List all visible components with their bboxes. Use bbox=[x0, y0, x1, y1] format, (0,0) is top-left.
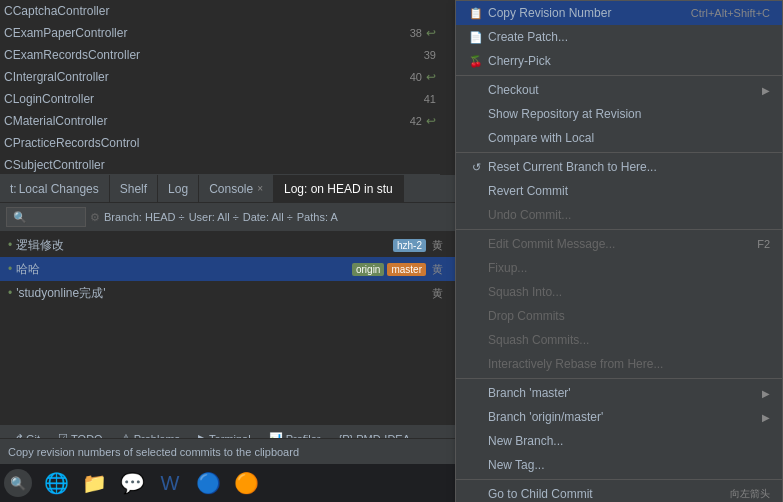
menu-item-show-repo[interactable]: Show Repository at Revision bbox=[456, 102, 782, 126]
file-item-exampaper[interactable]: C ExamPaperController 38 ↩ bbox=[0, 22, 440, 44]
menu-item-new-branch[interactable]: New Branch... bbox=[456, 429, 782, 453]
explorer-icon: 📁 bbox=[82, 471, 107, 495]
file-item-captcha[interactable]: C CaptchaController bbox=[0, 0, 440, 22]
menu-label: Interactively Rebase from Here... bbox=[488, 357, 770, 371]
taskbar-search[interactable]: 🔍 bbox=[4, 469, 32, 497]
menu-item-undo-commit: Undo Commit... bbox=[456, 203, 782, 227]
menu-item-checkout[interactable]: Checkout ▶ bbox=[456, 78, 782, 102]
commit-item[interactable]: • 逻辑修改 hzh-2 黄 bbox=[0, 233, 460, 257]
taskbar-item-word[interactable]: W bbox=[152, 466, 188, 500]
menu-label: Reset Current Branch to Here... bbox=[488, 160, 770, 174]
menu-item-go-child[interactable]: Go to Child Commit 向左箭头 bbox=[456, 482, 782, 502]
menu-label: Fixup... bbox=[488, 261, 770, 275]
search-input[interactable] bbox=[6, 207, 86, 227]
menu-item-branch-master[interactable]: Branch 'master' ▶ bbox=[456, 381, 782, 405]
submenu-arrow: ▶ bbox=[762, 412, 770, 423]
tab-label: Log bbox=[168, 182, 188, 196]
file-name: CaptchaController bbox=[13, 4, 110, 18]
file-item-material[interactable]: C MaterialController 42 ↩ bbox=[0, 110, 440, 132]
commit-item[interactable]: • 'studyonline完成' 黄 bbox=[0, 281, 460, 305]
taskbar-item-chat[interactable]: 💬 bbox=[114, 466, 150, 500]
class-icon: C bbox=[4, 26, 13, 40]
tabs-bar: t: Local Changes Shelf Log Console × Log… bbox=[0, 175, 460, 203]
taskbar-item-app2[interactable]: 🟠 bbox=[228, 466, 264, 500]
file-name: ExamRecordsController bbox=[13, 48, 140, 62]
commit-list: • 逻辑修改 hzh-2 黄 • 哈哈 origin master 黄 • 's… bbox=[0, 231, 460, 307]
date-filter[interactable]: Date: All ÷ bbox=[243, 211, 293, 223]
file-name: PracticeRecordsControl bbox=[13, 136, 140, 150]
menu-item-copy-revision[interactable]: 📋 Copy Revision Number Ctrl+Alt+Shift+C bbox=[456, 1, 782, 25]
menu-label: Drop Commits bbox=[488, 309, 770, 323]
class-icon: C bbox=[4, 114, 13, 128]
log-panel: ⚙ Branch: HEAD ÷ User: All ÷ Date: All ÷… bbox=[0, 203, 460, 398]
menu-item-revert-commit[interactable]: Revert Commit bbox=[456, 179, 782, 203]
taskbar-item-browser[interactable]: 🌐 bbox=[38, 466, 74, 500]
copy-icon: 📋 bbox=[468, 7, 484, 20]
cherry-icon: 🍒 bbox=[468, 55, 484, 68]
commit-author: 黄 bbox=[432, 262, 452, 277]
menu-separator bbox=[456, 479, 782, 480]
tab-log[interactable]: Log bbox=[158, 175, 199, 202]
files-container: C CaptchaController C ExamPaperControlle… bbox=[0, 0, 440, 198]
menu-item-create-patch[interactable]: 📄 Create Patch... bbox=[456, 25, 782, 49]
taskbar-item-app1[interactable]: 🔵 bbox=[190, 466, 226, 500]
file-item-subject[interactable]: C SubjectController bbox=[0, 154, 440, 176]
menu-label: Edit Commit Message... bbox=[488, 237, 737, 251]
paths-filter[interactable]: Paths: A bbox=[297, 211, 338, 223]
commit-message: 逻辑修改 bbox=[16, 237, 393, 254]
menu-label: Squash Into... bbox=[488, 285, 770, 299]
tab-label: Console bbox=[209, 182, 253, 196]
line-number: 38 bbox=[410, 27, 422, 39]
close-icon[interactable]: × bbox=[257, 183, 263, 194]
tab-console[interactable]: Console × bbox=[199, 175, 274, 202]
tab-log-head[interactable]: Log: on HEAD in stu bbox=[274, 175, 404, 202]
chat-icon: 💬 bbox=[120, 471, 145, 495]
tag-master: master bbox=[387, 263, 426, 276]
word-icon: W bbox=[161, 472, 180, 495]
class-icon: C bbox=[4, 48, 13, 62]
user-filter[interactable]: User: All ÷ bbox=[189, 211, 239, 223]
commit-tags: hzh-2 bbox=[393, 239, 426, 252]
file-item-login[interactable]: C LoginController 41 bbox=[0, 88, 440, 110]
arrow-icon: ↩ bbox=[426, 70, 436, 84]
tab-shelf[interactable]: Shelf bbox=[110, 175, 158, 202]
menu-item-compare-local[interactable]: Compare with Local bbox=[456, 126, 782, 150]
file-item-practice[interactable]: C PracticeRecordsControl bbox=[0, 132, 440, 154]
tag-badge: hzh-2 bbox=[393, 239, 426, 252]
menu-item-branch-origin-master[interactable]: Branch 'origin/master' ▶ bbox=[456, 405, 782, 429]
nav-hint: 向左箭头 bbox=[730, 487, 770, 501]
menu-item-reset-branch[interactable]: ↺ Reset Current Branch to Here... bbox=[456, 155, 782, 179]
menu-separator bbox=[456, 229, 782, 230]
commit-branch-line: • bbox=[8, 262, 12, 276]
line-number: 39 bbox=[424, 49, 436, 61]
menu-item-fixup: Fixup... bbox=[456, 256, 782, 280]
commit-branch-line: • bbox=[8, 238, 12, 252]
class-icon: C bbox=[4, 4, 13, 18]
menu-label: New Branch... bbox=[488, 434, 770, 448]
tab-label: Shelf bbox=[120, 182, 147, 196]
menu-item-new-tag[interactable]: New Tag... bbox=[456, 453, 782, 477]
menu-item-squash-into: Squash Into... bbox=[456, 280, 782, 304]
status-text: Copy revision numbers of selected commit… bbox=[8, 446, 299, 458]
menu-separator bbox=[456, 378, 782, 379]
file-name: MaterialController bbox=[13, 114, 108, 128]
commit-branch-line: • bbox=[8, 286, 12, 300]
menu-separator bbox=[456, 75, 782, 76]
settings-icon[interactable]: ⚙ bbox=[90, 211, 100, 224]
menu-item-cherry-pick[interactable]: 🍒 Cherry-Pick bbox=[456, 49, 782, 73]
file-item-examrecords[interactable]: C ExamRecordsController 39 bbox=[0, 44, 440, 66]
commit-tags: origin master bbox=[352, 263, 426, 276]
file-item-intergral[interactable]: C IntergralController 40 ↩ bbox=[0, 66, 440, 88]
branch-filter[interactable]: Branch: HEAD ÷ bbox=[104, 211, 185, 223]
commit-message: 'studyonline完成' bbox=[16, 285, 432, 302]
menu-shortcut: Ctrl+Alt+Shift+C bbox=[691, 7, 770, 19]
menu-label: Copy Revision Number bbox=[488, 6, 671, 20]
tab-local-changes[interactable]: t: Local Changes bbox=[0, 175, 110, 202]
file-name: SubjectController bbox=[13, 158, 105, 172]
menu-label: Squash Commits... bbox=[488, 333, 770, 347]
arrow-icon: ↩ bbox=[426, 114, 436, 128]
commit-message: 哈哈 bbox=[16, 261, 352, 278]
commit-item[interactable]: • 哈哈 origin master 黄 bbox=[0, 257, 460, 281]
menu-label: Undo Commit... bbox=[488, 208, 770, 222]
taskbar-item-explorer[interactable]: 📁 bbox=[76, 466, 112, 500]
